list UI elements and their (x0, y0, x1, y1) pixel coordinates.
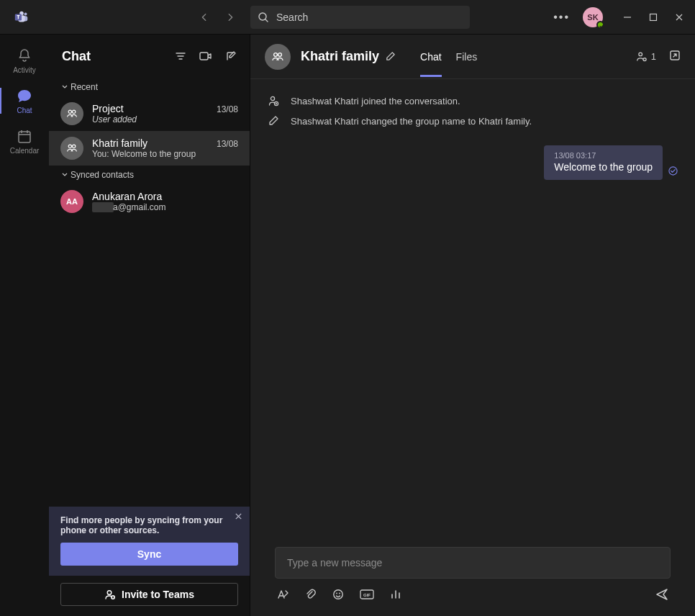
sync-promo-text: Find more people by syncing from your ph… (60, 515, 238, 535)
svg-point-20 (271, 96, 274, 100)
chat-name: Project (92, 103, 124, 114)
svg-point-24 (336, 593, 337, 594)
svg-point-22 (669, 167, 677, 175)
svg-point-12 (73, 145, 76, 148)
participants-count: 1 (651, 51, 656, 62)
contact-detail: xxxxxa@gmail.com (92, 202, 238, 212)
svg-point-25 (339, 593, 340, 594)
rail-item-chat[interactable]: Chat (0, 81, 49, 121)
message-bubble[interactable]: 13/08 03:17 Welcome to the group (544, 145, 663, 180)
chat-icon (16, 88, 33, 105)
chat-date: 13/08 (217, 104, 238, 114)
rail-item-calendar[interactable]: Calendar (0, 121, 49, 161)
chevron-down-icon (62, 84, 68, 90)
poll-button[interactable] (390, 589, 401, 600)
maximize-button[interactable] (649, 13, 658, 22)
rail-item-activity[interactable]: Activity (0, 40, 49, 81)
pencil-icon (268, 115, 279, 127)
attach-button[interactable] (305, 589, 317, 600)
participants-button[interactable]: 1 (635, 50, 656, 63)
emoji-button[interactable] (332, 589, 344, 600)
invite-to-teams-button[interactable]: Invite to Teams (60, 583, 238, 606)
search-icon (258, 12, 269, 23)
svg-text:GIF: GIF (363, 593, 371, 597)
svg-rect-8 (200, 53, 208, 60)
presence-available-icon (596, 21, 604, 29)
filter-button[interactable] (175, 50, 186, 62)
gif-button[interactable]: GIF (360, 589, 374, 599)
composer-placeholder: Type a new message (287, 557, 382, 569)
chat-item-project[interactable]: Project 13/08 User added (49, 96, 250, 131)
conversation-header: Khatri family Chat Files 1 (250, 35, 695, 79)
teams-logo-icon (12, 7, 32, 27)
sync-button[interactable]: Sync (60, 543, 238, 566)
composer-area: Type a new message GIF (250, 547, 695, 616)
avatar-initials: SK (587, 13, 598, 22)
dismiss-sync-promo-button[interactable] (235, 512, 242, 522)
tab-chat[interactable]: Chat (420, 37, 442, 77)
meet-now-button[interactable] (199, 50, 212, 62)
message-list: Shashwat Khatri joined the conversation.… (250, 79, 695, 547)
profile-avatar[interactable]: SK (583, 7, 603, 27)
svg-point-9 (68, 110, 71, 113)
svg-point-0 (24, 12, 27, 15)
contact-item-anukaran[interactable]: AA Anukaran Arora xxxxxa@gmail.com (49, 184, 250, 219)
svg-point-23 (334, 590, 342, 599)
forward-button[interactable] (223, 10, 237, 24)
message-input[interactable]: Type a new message (275, 547, 671, 579)
message-text: Welcome to the group (554, 161, 653, 173)
message-sent: 13/08 03:17 Welcome to the group (544, 145, 678, 180)
contact-name: Anukaran Arora (92, 191, 238, 202)
close-button[interactable] (675, 13, 683, 22)
section-recent[interactable]: Recent (49, 78, 250, 96)
chat-preview: You: Welcome to the group (92, 149, 238, 159)
app-rail: Activity Chat Calendar (0, 35, 49, 616)
chat-item-khatri-family[interactable]: Khatri family 13/08 You: Welcome to the … (49, 131, 250, 166)
svg-point-11 (68, 145, 71, 148)
svg-rect-6 (650, 14, 657, 20)
bell-icon (16, 47, 33, 65)
svg-point-5 (259, 13, 266, 20)
chat-list-panel: Chat Recent (49, 35, 250, 616)
chat-date: 13/08 (217, 139, 238, 149)
invite-label: Invite to Teams (122, 589, 194, 600)
sync-promo-card: Find more people by syncing from your ph… (49, 507, 250, 576)
back-button[interactable] (197, 10, 212, 24)
section-label-text: Recent (71, 82, 98, 92)
chat-name: Khatri family (92, 137, 147, 149)
more-options-button[interactable]: ••• (553, 11, 570, 24)
group-avatar-icon (265, 44, 291, 70)
contact-avatar: AA (60, 190, 83, 213)
read-receipt-icon (668, 166, 678, 178)
group-avatar-icon (60, 102, 83, 125)
svg-point-10 (73, 110, 76, 113)
tab-files[interactable]: Files (456, 37, 478, 77)
person-join-icon (268, 95, 279, 107)
rail-label: Calendar (10, 147, 40, 155)
svg-point-17 (639, 53, 642, 56)
person-add-icon (104, 589, 116, 600)
search-placeholder: Search (276, 12, 308, 23)
system-message-text: Shashwat Khatri changed the group name t… (291, 116, 532, 127)
new-chat-button[interactable] (225, 50, 237, 62)
calendar-icon (16, 128, 33, 145)
conversation-title: Khatri family (301, 49, 396, 64)
section-synced-contacts[interactable]: Synced contacts (49, 166, 250, 184)
search-input[interactable]: Search (250, 6, 470, 29)
group-avatar-icon (60, 137, 83, 160)
rail-label: Chat (17, 107, 32, 114)
people-add-icon (635, 50, 648, 63)
send-button[interactable] (655, 587, 669, 602)
message-time: 13/08 03:17 (554, 151, 653, 160)
system-message-text: Shashwat Khatri joined the conversation. (291, 96, 460, 107)
format-button[interactable] (276, 589, 289, 600)
section-label-text: Synced contacts (71, 170, 134, 180)
system-message: Shashwat Khatri joined the conversation. (268, 91, 678, 111)
minimize-button[interactable] (623, 13, 632, 22)
edit-title-button[interactable] (385, 51, 396, 62)
svg-point-16 (278, 53, 282, 56)
chat-preview: User added (92, 114, 238, 124)
popout-button[interactable] (669, 50, 681, 64)
avatar-initials: AA (66, 197, 78, 206)
panel-header: Chat (49, 35, 250, 78)
